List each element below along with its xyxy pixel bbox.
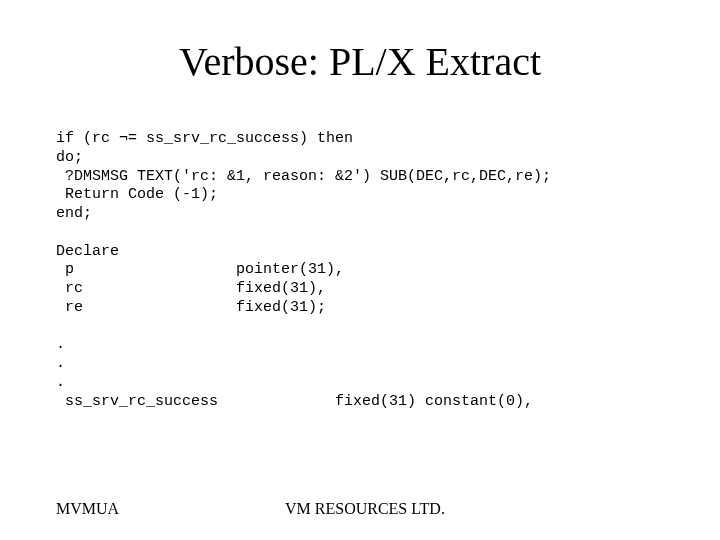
slide: Verbose: PL/X Extract if (rc ¬= ss_srv_r… [0, 0, 720, 540]
code-block: if (rc ¬= ss_srv_rc_success) then do; ?D… [56, 130, 551, 411]
slide-title: Verbose: PL/X Extract [0, 38, 720, 85]
footer-left: MVMUA [56, 500, 119, 518]
footer-center: VM RESOURCES LTD. [285, 500, 445, 518]
